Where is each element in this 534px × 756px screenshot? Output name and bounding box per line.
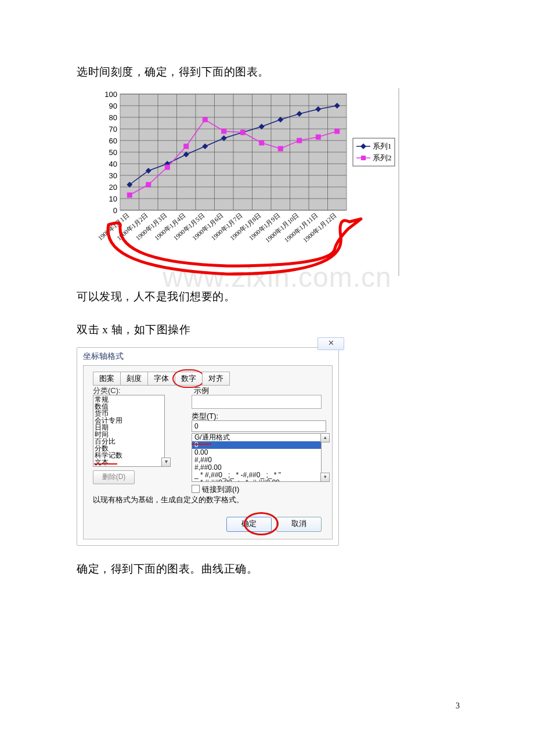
svg-rect-52 <box>240 130 245 135</box>
svg-text:80: 80 <box>109 113 117 122</box>
delete-button[interactable]: 删除(D) <box>93 470 135 484</box>
svg-text:10: 10 <box>109 195 117 203</box>
svg-rect-47 <box>146 182 151 187</box>
tab-pattern[interactable]: 图案 <box>93 372 121 386</box>
tab-scale[interactable]: 刻度 <box>120 372 148 386</box>
tab-strip: 图案 刻度 字体 数字 对齐 <box>93 372 229 386</box>
svg-rect-53 <box>259 141 264 145</box>
svg-rect-57 <box>335 129 340 134</box>
svg-text:40: 40 <box>109 160 117 168</box>
body-line-3: 双击 x 轴，如下图操作 <box>77 321 460 339</box>
link-label: 链接到源(I) <box>202 485 239 494</box>
help-text: 以现有格式为基础，生成自定义的数字格式。 <box>93 495 244 505</box>
checkbox-icon <box>192 485 200 493</box>
chart-svg: 0102030405060708090100 1900年1月1日1900年1月2… <box>77 88 398 276</box>
legend-series1: 系列1 <box>373 142 392 150</box>
category-listbox[interactable]: 常规数值货币会计专用日期时间百分比分数科学记数文本特殊自定义 <box>93 395 165 467</box>
format-listbox[interactable]: G/通用格式00.00#,##0#,##0.00_ * #,##0_ ;_ * … <box>192 433 322 482</box>
body-line-2: 可以发现，人不是我们想要的。 <box>77 287 460 306</box>
scroll-down-icon[interactable]: ▾ <box>161 458 171 467</box>
svg-text:20: 20 <box>109 183 117 192</box>
svg-text:60: 60 <box>109 136 117 145</box>
tab-font[interactable]: 字体 <box>147 372 175 386</box>
svg-rect-46 <box>127 193 132 197</box>
svg-rect-54 <box>278 146 283 151</box>
svg-text:1900年1月12日: 1900年1月12日 <box>302 212 338 244</box>
svg-rect-51 <box>222 129 226 134</box>
ok-button[interactable]: 确定 <box>226 517 272 532</box>
dialog-body: 图案 刻度 字体 数字 对齐 分类(C): 常规数值货币会计专用日期时间百分比分… <box>83 365 333 539</box>
dialog-title: 坐标轴格式 <box>83 351 124 362</box>
svg-text:100: 100 <box>104 90 117 99</box>
type-input[interactable]: 0 <box>192 420 326 432</box>
svg-rect-49 <box>184 144 189 149</box>
close-button[interactable]: ✕ <box>317 337 344 350</box>
svg-text:0: 0 <box>113 206 117 215</box>
svg-rect-56 <box>316 135 320 139</box>
svg-text:1900年1月1日: 1900年1月1日 <box>96 212 130 242</box>
annotation-red-line <box>192 444 211 445</box>
svg-text:30: 30 <box>109 171 117 180</box>
tab-number[interactable]: 数字 <box>175 372 203 386</box>
cancel-button[interactable]: 取消 <box>276 517 322 532</box>
body-line-4: 确定，得到下面的图表。曲线正确。 <box>77 560 460 578</box>
page-content: 选时间刻度，确定，得到下面的图表。 <box>77 63 460 578</box>
legend-series2: 系列2 <box>373 153 392 162</box>
chart-figure: 0102030405060708090100 1900年1月1日1900年1月2… <box>77 88 399 276</box>
scroll-down-icon[interactable]: ▾ <box>320 473 330 482</box>
axis-format-dialog: 坐标轴格式 ✕ 图案 刻度 字体 数字 对齐 分类(C): 常规数值货币会计专用… <box>77 347 339 546</box>
page-number: 3 <box>456 701 460 711</box>
scroll-up-icon[interactable]: ▴ <box>320 433 330 442</box>
link-to-source-checkbox[interactable]: 链接到源(I) <box>192 484 239 495</box>
annotation-red-line <box>94 463 117 465</box>
body-line-1: 选时间刻度，确定，得到下面的图表。 <box>77 63 460 81</box>
svg-rect-74 <box>361 156 366 160</box>
tab-align[interactable]: 对齐 <box>202 372 230 386</box>
svg-rect-50 <box>203 117 207 122</box>
svg-text:90: 90 <box>109 102 117 110</box>
example-box <box>192 395 322 409</box>
svg-rect-48 <box>165 165 169 170</box>
svg-text:50: 50 <box>109 148 117 157</box>
svg-rect-55 <box>297 138 302 143</box>
svg-text:70: 70 <box>109 125 117 134</box>
